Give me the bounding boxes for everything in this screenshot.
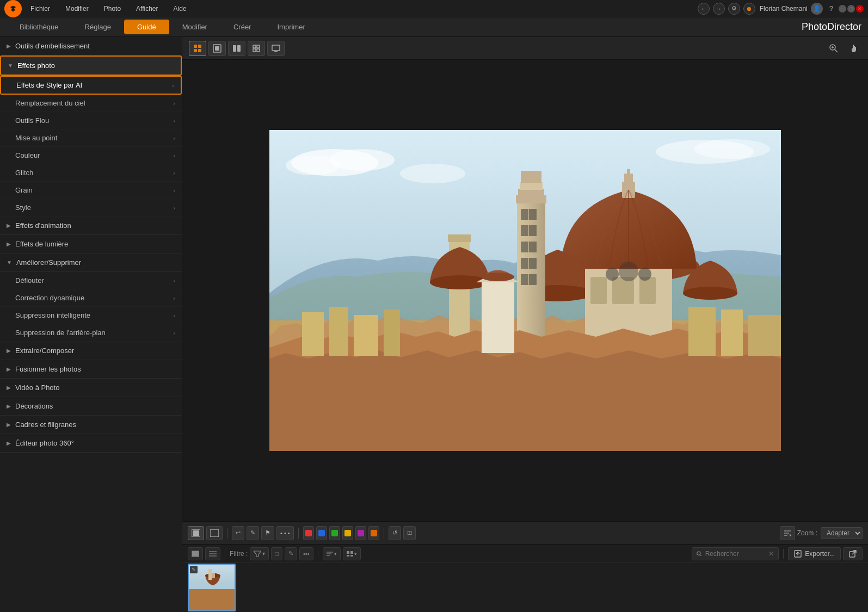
sidebar-item-remplacement-ciel[interactable]: Remplacement du ciel › — [0, 95, 182, 112]
zoom-tool-btn[interactable] — [826, 41, 842, 56]
color-red-btn[interactable] — [303, 526, 314, 540]
sidebar-item-style[interactable]: Style › — [0, 199, 182, 217]
view-single-btn[interactable] — [208, 41, 226, 56]
color-purple-btn[interactable] — [355, 526, 366, 540]
sidebar-item-video-photo[interactable]: ▶ Vidéo à Photo — [0, 379, 182, 397]
svg-rect-4 — [194, 49, 197, 52]
sidebar-item-suppression-arriere-plan[interactable]: Suppression de l'arrière-plan › — [0, 324, 182, 342]
settings-btn[interactable]: ⚙ — [728, 3, 740, 15]
svg-rect-86 — [347, 555, 349, 557]
color-blue-btn[interactable] — [316, 526, 327, 540]
menu-afficher[interactable]: Afficher — [133, 3, 161, 15]
search-clear-btn[interactable]: ✕ — [768, 550, 774, 558]
color-green-btn[interactable] — [329, 526, 340, 540]
sidebar-item-outils-embellissement[interactable]: ▶ Outils d'embellissement — [0, 37, 182, 55]
thumbnail-1[interactable]: ✎ — [188, 564, 236, 611]
sidebar-label: Effets de lumière — [15, 240, 68, 248]
user-avatar[interactable]: 👤 — [811, 3, 823, 15]
sidebar-item-mise-au-point[interactable]: Mise au point › — [0, 129, 182, 147]
sidebar-item-editeur-360[interactable]: ▶ Éditeur photo 360° — [0, 434, 182, 453]
svg-rect-49 — [520, 182, 543, 190]
sort-btn[interactable] — [780, 526, 795, 540]
sidebar-item-outils-flou[interactable]: Outils Flou › — [0, 112, 182, 129]
filter-type-btn[interactable]: ▾ — [250, 547, 269, 560]
sidebar-item-effets-style[interactable]: Effets de Style par AI › — [0, 76, 182, 95]
filter-edit-btn[interactable]: ✎ — [285, 547, 297, 560]
sidebar-item-cadres-filigranes[interactable]: ▶ Cadres et filigranes — [0, 416, 182, 434]
group-filmstrip-btn[interactable]: ▾ — [343, 547, 361, 560]
sidebar-item-deflouter[interactable]: Déflouter › — [0, 272, 182, 289]
sidebar-item-ameliorer-supprimer[interactable]: ▼ Améliorer/Supprimer — [0, 254, 182, 272]
external-link-btn[interactable] — [843, 547, 863, 560]
rotate-btn[interactable]: ↩ — [232, 526, 244, 540]
window-controls: — □ ✕ — [839, 5, 864, 13]
filter-shape-btn[interactable]: □ — [271, 547, 282, 560]
filmstrip-images: ✎ — [182, 563, 868, 612]
sidebar-item-glitch[interactable]: Glitch › — [0, 164, 182, 182]
filmstrip-view1-btn[interactable] — [188, 547, 203, 560]
svg-rect-9 — [237, 45, 241, 52]
view-fullscreen-btn[interactable] — [248, 41, 265, 56]
close-btn[interactable]: ✕ — [856, 5, 864, 13]
svg-rect-43 — [521, 258, 528, 269]
search-input[interactable] — [705, 550, 766, 558]
view-compare-btn[interactable] — [228, 41, 245, 56]
overlay-btn[interactable]: ⊡ — [403, 526, 416, 540]
color-orange-btn[interactable] — [368, 526, 379, 540]
undo-btn[interactable]: ← — [698, 3, 710, 15]
svg-rect-32 — [639, 277, 656, 304]
help-btn[interactable]: ? — [829, 4, 833, 13]
redo-btn[interactable]: → — [713, 3, 725, 15]
view-monitor-btn[interactable] — [267, 41, 285, 56]
sidebar-item-couleur[interactable]: Couleur › — [0, 147, 182, 164]
svg-rect-26 — [627, 169, 630, 175]
sort-filmstrip-btn[interactable]: ▾ — [323, 547, 341, 560]
zoom-label: Zoom : — [797, 529, 817, 537]
view-full-btn[interactable] — [188, 526, 204, 540]
sidebar-item-fusionner-photos[interactable]: ▶ Fusionner les photos — [0, 360, 182, 379]
hand-tool-btn[interactable] — [845, 41, 861, 56]
photo-viewer — [182, 60, 868, 521]
sidebar-item-suppression-intelligente[interactable]: Suppression intelligente › — [0, 307, 182, 324]
filter-more-btn[interactable]: ••• — [299, 547, 313, 560]
tab-imprimer[interactable]: Imprimer — [264, 20, 318, 34]
export-btn[interactable]: Exporter... — [788, 547, 841, 560]
sidebar-item-grain[interactable]: Grain › — [0, 182, 182, 199]
sidebar-label: Éditeur photo 360° — [15, 439, 74, 447]
sidebar-item-effets-lumiere[interactable]: ▶ Effets de lumière — [0, 235, 182, 254]
sidebar-item-effets-photo[interactable]: ▼ Effets photo — [0, 55, 182, 76]
maximize-btn[interactable]: □ — [847, 5, 855, 13]
menu-fichier[interactable]: Fichier — [27, 3, 53, 15]
edit-btn[interactable]: ✎ — [247, 526, 259, 540]
tab-guide[interactable]: Guidé — [124, 20, 169, 34]
tab-bibliotheque[interactable]: Bibliothèque — [7, 20, 72, 34]
sidebar-item-extraire-composer[interactable]: ▶ Extraire/Composer — [0, 342, 182, 360]
svg-point-65 — [286, 156, 340, 175]
zoom-select[interactable]: Adapter 25% 50% 100% 200% — [821, 527, 863, 539]
tab-reglage[interactable]: Réglage — [72, 20, 124, 34]
flag-btn[interactable]: ⚑ — [261, 526, 274, 540]
svg-rect-44 — [529, 258, 537, 269]
tab-creer[interactable]: Créer — [220, 20, 264, 34]
search-box[interactable]: ✕ — [692, 547, 779, 560]
view-small-btn[interactable] — [206, 526, 223, 540]
view-grid-btn[interactable] — [189, 41, 206, 56]
refresh-btn[interactable]: ↺ — [389, 526, 401, 540]
record-btn[interactable]: ⏺ — [743, 3, 755, 15]
sidebar-item-decorations[interactable]: ▶ Décorations — [0, 397, 182, 416]
menu-aide[interactable]: Aide — [170, 3, 190, 15]
menu-photo[interactable]: Photo — [101, 3, 124, 15]
filmstrip-view2-btn[interactable] — [205, 547, 220, 560]
more-tools-btn[interactable]: • • • — [276, 526, 294, 540]
sidebar-item-correction-dynamique[interactable]: Correction dynamique › — [0, 289, 182, 307]
tab-modifier[interactable]: Modifier — [169, 20, 220, 34]
menu-modifier[interactable]: Modifier — [62, 3, 92, 15]
svg-rect-76 — [192, 551, 199, 557]
minimize-btn[interactable]: — — [839, 5, 846, 13]
export-label: Exporter... — [805, 550, 835, 558]
svg-rect-7 — [215, 46, 219, 51]
svg-rect-58 — [688, 307, 716, 356]
sidebar-item-effets-animation[interactable]: ▶ Effets d'animation — [0, 217, 182, 235]
color-yellow-btn[interactable] — [342, 526, 353, 540]
svg-rect-13 — [257, 49, 260, 52]
